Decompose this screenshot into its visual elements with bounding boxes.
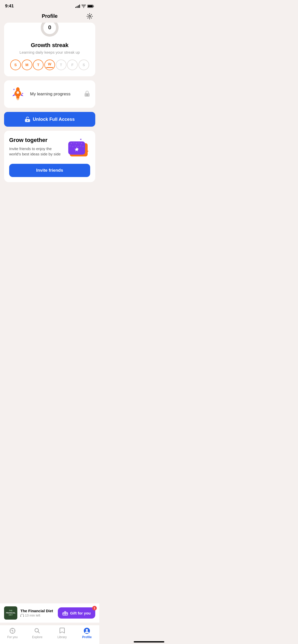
grow-subtitle: Invite friends to enjoy the world's best… — [9, 146, 62, 157]
svg-rect-1 — [88, 5, 93, 7]
progress-card: My learning progress — [4, 80, 95, 108]
svg-text:★: ★ — [74, 146, 79, 153]
progress-card-inner: My learning progress — [4, 80, 95, 108]
page-title: Profile — [42, 13, 58, 19]
svg-point-20 — [78, 142, 79, 143]
svg-text:0: 0 — [48, 24, 51, 31]
svg-point-17 — [71, 143, 72, 144]
streak-subtitle: Learning daily keeps your streak up — [9, 50, 90, 54]
day-thursday: T — [56, 60, 66, 70]
svg-point-14 — [27, 120, 28, 121]
svg-point-2 — [89, 15, 91, 17]
svg-point-19 — [76, 143, 77, 144]
streak-chart: 0 — [9, 23, 90, 38]
unlock-button-label: Unlock Full Access — [33, 117, 75, 122]
invite-friends-button[interactable]: Invite friends — [9, 164, 90, 177]
grow-card: Grow together Invite friends to enjoy th… — [4, 131, 95, 182]
unlock-access-button[interactable]: Unlock Full Access — [4, 112, 95, 127]
signal-icon — [75, 4, 80, 8]
svg-rect-12 — [87, 95, 87, 96]
grow-card-top: Grow together Invite friends to enjoy th… — [9, 137, 90, 160]
day-friday: F — [67, 60, 78, 70]
unlock-icon — [25, 116, 30, 122]
svg-point-9 — [17, 98, 19, 100]
battery-icon — [87, 5, 94, 8]
progress-label: My learning progress — [30, 92, 71, 97]
svg-point-21 — [81, 143, 82, 144]
lock-icon — [84, 90, 90, 98]
svg-point-27 — [83, 146, 84, 147]
day-wednesday: W — [44, 60, 55, 70]
svg-point-22 — [70, 145, 71, 147]
progress-left: My learning progress — [9, 85, 71, 103]
grow-text: Grow together Invite friends to enjoy th… — [9, 137, 65, 157]
day-tuesday: T — [33, 60, 44, 70]
settings-button[interactable] — [85, 12, 94, 21]
svg-point-23 — [72, 146, 73, 147]
day-sunday: S — [10, 60, 21, 70]
grow-title: Grow together — [9, 137, 62, 143]
gear-icon — [86, 13, 93, 20]
status-bar: 9:41 — [0, 0, 99, 11]
streak-title: Growth streak — [9, 42, 90, 49]
svg-point-18 — [73, 142, 74, 143]
status-time: 9:41 — [5, 4, 14, 9]
status-icons — [75, 4, 94, 8]
streak-card: 0 Growth streak Learning daily keeps you… — [4, 23, 95, 76]
ticket-icon: ★ — [65, 137, 90, 160]
rocket-icon — [9, 85, 26, 103]
wifi-icon — [82, 5, 86, 8]
day-monday: M — [22, 60, 32, 70]
svg-point-6 — [16, 87, 20, 92]
svg-point-26 — [80, 145, 81, 147]
invite-button-label: Invite friends — [36, 168, 63, 173]
day-saturday: S — [78, 60, 89, 70]
streak-donut: 0 — [39, 23, 60, 38]
page-header: Profile — [0, 11, 99, 23]
days-row: S M T W T F S — [9, 60, 90, 70]
svg-point-7 — [17, 91, 19, 94]
active-day-underline — [46, 67, 53, 68]
